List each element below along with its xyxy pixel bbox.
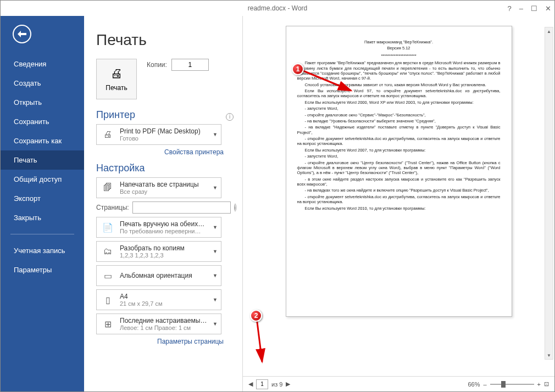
titlebar: readme.docx - Word ? – ☐ ✕ bbox=[1, 1, 554, 16]
zoom-slider[interactable] bbox=[490, 384, 534, 385]
combo-line1: Печать вручную на обеих… bbox=[120, 220, 208, 228]
manual-duplex-icon: 📄 bbox=[100, 220, 115, 235]
callout-2: 2 bbox=[250, 310, 262, 322]
next-page-button[interactable]: ▶ bbox=[286, 380, 290, 388]
sidebar-item-info[interactable]: Сведения bbox=[1, 54, 84, 74]
page-setup-link[interactable]: Параметры страницы bbox=[96, 338, 224, 345]
combo-line2: Левое: 1 см Правое: 1 см bbox=[120, 324, 208, 331]
scrollbar[interactable]: ▲ ▼ bbox=[545, 27, 553, 360]
printer-section-title: Принтер bbox=[96, 109, 135, 121]
combo-line2: По требованию переверни… bbox=[120, 228, 208, 234]
copies-input[interactable] bbox=[171, 59, 209, 71]
sidebar-item-print[interactable]: Печать bbox=[1, 150, 84, 170]
sidebar-item-account[interactable]: Учетная запись bbox=[1, 241, 84, 260]
combo-line2: 1,2,3 1,2,3 1,2,3 bbox=[120, 252, 208, 259]
preview-pane: Пакет макрокоманд "ВерТеКнижка".Версия 5… bbox=[242, 16, 554, 391]
orientation-icon: ▭ bbox=[100, 268, 115, 283]
sidebar: Сведения Создать Открыть Сохранить Сохра… bbox=[1, 16, 84, 391]
duplex-selector[interactable]: 📄 Печать вручную на обеих… По требованию… bbox=[96, 217, 221, 238]
copies-label: Копии: bbox=[147, 61, 167, 69]
print-panel: Печать 🖨 Печать Копии: Принтер i 🖨 Print… bbox=[84, 16, 242, 391]
sidebar-item-close[interactable]: Закрыть bbox=[1, 208, 84, 227]
margins-icon: ⊞ bbox=[100, 316, 115, 332]
sidebar-item-save[interactable]: Сохранить bbox=[1, 112, 84, 131]
window-buttons: ? – ☐ ✕ bbox=[508, 4, 551, 13]
paper-size-selector[interactable]: ▯ A4 21 см x 29,7 см ▼ bbox=[96, 289, 221, 310]
scroll-up-icon[interactable]: ▲ bbox=[545, 27, 553, 35]
maximize-button[interactable]: ☐ bbox=[531, 4, 537, 13]
chevron-down-icon: ▼ bbox=[213, 132, 218, 137]
printer-icon: 🖨 bbox=[110, 66, 123, 81]
paper-icon: ▯ bbox=[100, 292, 115, 307]
page-of-label: из 9 bbox=[271, 381, 282, 388]
chevron-down-icon: ▼ bbox=[213, 249, 218, 254]
prev-page-button[interactable]: ◀ bbox=[248, 380, 253, 388]
info-icon[interactable]: i bbox=[234, 204, 236, 211]
preview-canvas: Пакет макрокоманд "ВерТеКнижка".Версия 5… bbox=[243, 16, 554, 376]
margins-selector[interactable]: ⊞ Последние настраиваемые… Левое: 1 см П… bbox=[96, 313, 221, 334]
zoom-label: 66% bbox=[468, 381, 480, 388]
orientation-selector[interactable]: ▭ Альбомная ориентация ▼ bbox=[96, 265, 221, 286]
chevron-down-icon: ▼ bbox=[213, 273, 218, 278]
sidebar-item-export[interactable]: Экспорт bbox=[1, 189, 84, 208]
sidebar-item-open[interactable]: Открыть bbox=[1, 93, 84, 112]
callout-1: 1 bbox=[292, 63, 304, 75]
pages-input[interactable] bbox=[132, 201, 231, 214]
back-button[interactable] bbox=[13, 25, 31, 43]
chevron-down-icon: ▼ bbox=[213, 225, 218, 230]
pages-icon: 🗐 bbox=[100, 180, 115, 195]
sidebar-item-new[interactable]: Создать bbox=[1, 74, 84, 93]
printer-name: Print to PDF (Mac Desktop) bbox=[120, 127, 208, 135]
collate-selector[interactable]: 🗂 Разобрать по копиям 1,2,3 1,2,3 1,2,3 … bbox=[96, 241, 221, 262]
combo-line1: Последние настраиваемые… bbox=[120, 317, 208, 324]
zoom-out-button[interactable]: – bbox=[483, 381, 486, 388]
settings-section-title: Настройка bbox=[96, 163, 234, 174]
fit-page-button[interactable]: ⊡ bbox=[544, 380, 549, 388]
combo-line2: Все сразу bbox=[120, 188, 208, 195]
sidebar-item-saveas[interactable]: Сохранить как bbox=[1, 131, 84, 150]
page-number-input[interactable] bbox=[256, 379, 268, 389]
combo-line1: Альбомная ориентация bbox=[120, 272, 208, 279]
sidebar-item-share[interactable]: Общий доступ bbox=[1, 170, 84, 189]
combo-line1: Напечатать все страницы bbox=[120, 181, 208, 188]
chevron-down-icon: ▼ bbox=[213, 185, 218, 191]
collate-icon: 🗂 bbox=[100, 244, 115, 259]
scroll-down-icon[interactable]: ▼ bbox=[545, 351, 553, 359]
print-heading: Печать bbox=[96, 31, 234, 49]
print-button[interactable]: 🖨 Печать bbox=[96, 59, 137, 99]
zoom-in-button[interactable]: + bbox=[537, 381, 541, 388]
close-button[interactable]: ✕ bbox=[545, 4, 551, 13]
print-button-label: Печать bbox=[106, 84, 127, 92]
printer-status: Готово bbox=[120, 135, 208, 142]
combo-line2: 21 см x 29,7 см bbox=[120, 300, 208, 307]
printer-properties-link[interactable]: Свойства принтера bbox=[96, 148, 224, 156]
chevron-down-icon: ▼ bbox=[213, 321, 218, 327]
page-preview: Пакет макрокоманд "ВерТеКнижка".Версия 5… bbox=[286, 26, 512, 317]
pages-label: Страницы: bbox=[96, 204, 129, 211]
printer-icon: 🖨 bbox=[100, 127, 115, 142]
help-button[interactable]: ? bbox=[508, 4, 512, 13]
window-title: readme.docx - Word bbox=[248, 4, 308, 12]
printer-selector[interactable]: 🖨 Print to PDF (Mac Desktop) Готово ▼ bbox=[96, 124, 221, 145]
sidebar-item-options[interactable]: Параметры bbox=[1, 260, 84, 279]
minimize-button[interactable]: – bbox=[519, 4, 523, 13]
print-range-selector[interactable]: 🗐 Напечатать все страницы Все сразу ▼ bbox=[96, 177, 221, 198]
combo-line1: Разобрать по копиям bbox=[120, 244, 208, 252]
combo-line1: A4 bbox=[120, 293, 208, 300]
info-icon[interactable]: i bbox=[226, 113, 234, 121]
preview-statusbar: ◀ из 9 ▶ 66% – + ⊡ bbox=[243, 376, 554, 391]
chevron-down-icon: ▼ bbox=[213, 297, 218, 303]
